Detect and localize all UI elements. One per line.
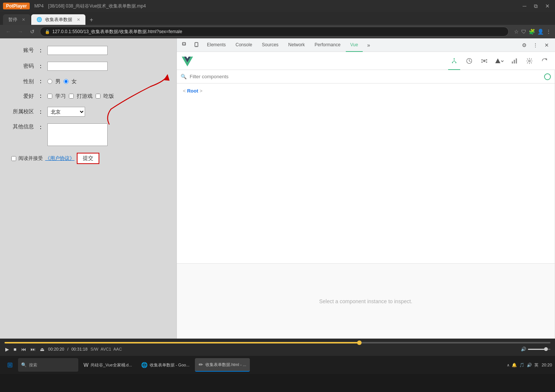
tab-performance[interactable]: Performance xyxy=(310,38,345,52)
vue-settings-button[interactable] xyxy=(523,55,535,67)
toggle-device-button[interactable] xyxy=(191,40,202,50)
volume-track[interactable] xyxy=(528,349,550,350)
inspect-element-button[interactable] xyxy=(180,40,190,50)
taskbar-item-browser[interactable]: 🌐 收集表单数据 - Goo... xyxy=(137,358,193,372)
url-input[interactable]: 🔒 127.0.0.1:5500/13_收集表单数据/收集表单数据.html?s… xyxy=(40,27,509,36)
hobby-food-checkbox[interactable] xyxy=(96,94,100,99)
volume-slider: 🔊 xyxy=(521,346,550,352)
audio-tag: AAC xyxy=(113,347,122,351)
filter-target-button[interactable] xyxy=(544,73,551,80)
hobby-row: 爱好： 学习 打游戏 吃饭 xyxy=(11,92,165,100)
more-tabs-button[interactable]: » xyxy=(363,40,374,50)
inspect-text: Select a component instance to inspect. xyxy=(319,298,412,304)
tab-vue[interactable]: Vue xyxy=(346,38,363,52)
restore-button[interactable]: ⧉ xyxy=(532,2,540,10)
forward-button[interactable]: → xyxy=(16,27,25,36)
campus-select[interactable]: 北京 上海 广州 深圳 xyxy=(47,107,85,117)
media-bar: ▶ ■ ⏮ ⏭ ⏏ 00:20:20 / 00:31:18 S/W AVC1 A… xyxy=(0,339,555,356)
agreement-section: 阅读并接受 《用户协议》 提交 xyxy=(11,153,99,164)
svg-point-24 xyxy=(529,60,531,62)
tab-network[interactable]: Network xyxy=(284,38,309,52)
next-button[interactable]: ⏭ xyxy=(30,346,36,353)
tab-console[interactable]: Console xyxy=(231,38,257,52)
vue-router-button[interactable] xyxy=(493,55,505,67)
password-input[interactable] xyxy=(47,62,108,71)
vue-timeline-button[interactable] xyxy=(463,55,475,67)
refresh-button[interactable]: ↺ xyxy=(28,27,37,36)
potplayer-logo[interactable]: PotPlayer xyxy=(3,3,30,9)
devtools-more-button[interactable]: ⋮ xyxy=(530,40,541,50)
tray-icon-3[interactable]: 🔊 xyxy=(527,363,532,368)
current-time: 00:20:20 xyxy=(48,347,64,351)
svg-point-3 xyxy=(196,46,197,47)
vue-component-list: 🔍 < Root > xyxy=(177,70,555,339)
tray-icon-1[interactable]: 🔔 xyxy=(512,363,517,368)
tab-paused[interactable]: 暂停 ✕ xyxy=(3,14,30,25)
language-indicator[interactable]: 英 xyxy=(534,362,538,368)
volume-thumb[interactable] xyxy=(544,347,548,351)
extensions-icon[interactable]: 🧩 xyxy=(529,29,535,35)
close-button[interactable]: ✕ xyxy=(543,2,552,10)
search-icon: 🔍 xyxy=(181,74,187,79)
tab-close-button[interactable]: ✕ xyxy=(77,17,80,22)
component-tree: < Root > xyxy=(177,84,555,263)
submit-button[interactable]: 提交 xyxy=(77,153,99,164)
volume-fill xyxy=(528,349,546,350)
devtools-close-button[interactable]: ✕ xyxy=(541,40,552,50)
eject-button[interactable]: ⏏ xyxy=(39,346,45,353)
hobby-options: 学习 打游戏 吃饭 xyxy=(47,93,114,100)
tab-sources[interactable]: Sources xyxy=(257,38,283,52)
tab-close-button[interactable]: ✕ xyxy=(22,17,25,22)
vue-performance-button[interactable] xyxy=(508,55,520,67)
taskbar-item-editor[interactable]: ✏ 收集表单数据.html - ... xyxy=(195,358,250,372)
browser-icon: 🌐 xyxy=(141,362,147,368)
vue-component-tree-button[interactable] xyxy=(448,55,460,67)
gender-male-radio[interactable] xyxy=(47,79,52,84)
tray-up-icon[interactable]: ∧ xyxy=(507,363,509,367)
start-button[interactable]: ⊞ xyxy=(3,358,17,372)
svg-point-14 xyxy=(481,59,483,61)
other-textarea[interactable] xyxy=(47,123,108,146)
svg-line-10 xyxy=(453,61,455,62)
svg-rect-23 xyxy=(516,58,517,64)
play-button[interactable]: ▶ xyxy=(5,346,10,353)
vue-vuex-button[interactable] xyxy=(478,55,490,67)
prev-button[interactable]: ⏮ xyxy=(20,346,27,353)
tab-label: 暂停 xyxy=(8,17,17,23)
vue-refresh-button[interactable] xyxy=(538,55,550,67)
star-icon[interactable]: ☆ xyxy=(514,29,519,35)
svg-rect-21 xyxy=(512,61,513,63)
tab-elements[interactable]: Elements xyxy=(202,38,230,52)
clock[interactable]: 20:20 xyxy=(541,362,552,368)
svg-point-17 xyxy=(486,61,487,63)
svg-point-13 xyxy=(483,60,485,62)
more-options-icon[interactable]: ⋮ xyxy=(546,29,551,35)
profile-icon[interactable]: 👤 xyxy=(537,29,544,35)
minimize-button[interactable]: ─ xyxy=(520,2,529,10)
root-component-item[interactable]: < Root > xyxy=(177,87,555,95)
account-input[interactable] xyxy=(47,46,108,55)
svg-point-6 xyxy=(454,58,455,59)
new-tab-button[interactable]: + xyxy=(86,15,97,25)
svg-point-8 xyxy=(455,62,456,63)
hobby-game-checkbox[interactable] xyxy=(69,94,74,99)
tab-form[interactable]: 🌐 收集表单数据 ✕ xyxy=(31,14,85,25)
hobby-study-checkbox[interactable] xyxy=(47,94,52,99)
tray-icon-2[interactable]: 🎵 xyxy=(519,363,525,368)
filter-input[interactable] xyxy=(190,74,541,79)
svg-point-15 xyxy=(486,59,487,61)
taskbar: ⊞ 🔍 搜索 W 尚硅谷_Vue全家桶.d... 🌐 收集表单数据 - Goo.… xyxy=(0,356,555,374)
stop-button[interactable]: ■ xyxy=(13,346,17,353)
progress-track[interactable] xyxy=(5,342,550,343)
tray-icons: ∧ 🔔 🎵 🔊 英 xyxy=(507,362,538,368)
shield-icon[interactable]: 🛡 xyxy=(521,29,526,35)
gender-female-radio[interactable] xyxy=(64,79,68,84)
devtools-settings-button[interactable]: ⚙ xyxy=(519,40,529,50)
agreement-checkbox[interactable] xyxy=(11,156,16,161)
agreement-link[interactable]: 《用户协议》 xyxy=(45,155,75,162)
format-badge: MP4 xyxy=(34,3,44,9)
back-button[interactable]: ← xyxy=(4,27,13,36)
taskbar-item-word[interactable]: W 尚硅谷_Vue全家桶.d... xyxy=(80,358,136,372)
search-bar[interactable]: 🔍 搜索 xyxy=(18,358,78,372)
progress-thumb[interactable] xyxy=(357,340,362,345)
